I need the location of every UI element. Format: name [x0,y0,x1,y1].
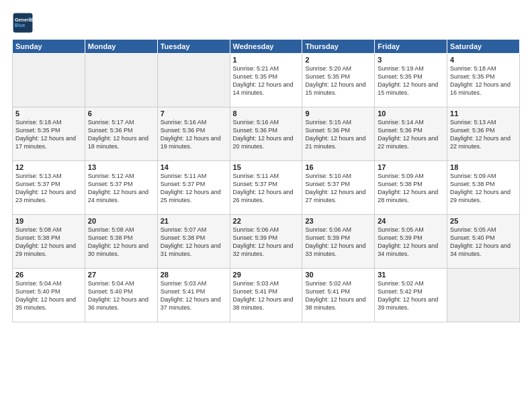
day-cell: 26 Sunrise: 5:04 AM Sunset: 5:40 PM Dayl… [13,269,85,322]
day-cell: 5 Sunrise: 5:18 AM Sunset: 5:35 PM Dayli… [13,107,85,161]
cell-content: Sunrise: 5:11 AM Sunset: 5:37 PM Dayligh… [161,172,227,205]
day-cell: 22 Sunrise: 5:06 AM Sunset: 5:39 PM Dayl… [230,215,302,269]
cell-content: Sunrise: 5:09 AM Sunset: 5:38 PM Dayligh… [450,172,517,205]
day-cell [447,269,520,322]
day-cell: 2 Sunrise: 5:20 AM Sunset: 5:35 PM Dayli… [302,54,375,107]
day-cell: 8 Sunrise: 5:16 AM Sunset: 5:36 PM Dayli… [230,107,302,161]
day-cell: 10 Sunrise: 5:14 AM Sunset: 5:36 PM Dayl… [375,107,447,161]
cell-content: Sunrise: 5:05 AM Sunset: 5:40 PM Dayligh… [450,226,517,259]
day-number: 18 [450,163,517,171]
day-cell [13,54,85,107]
cell-content: Sunrise: 5:03 AM Sunset: 5:41 PM Dayligh… [161,279,227,312]
week-row-5: 26 Sunrise: 5:04 AM Sunset: 5:40 PM Dayl… [13,269,520,322]
cell-content: Sunrise: 5:21 AM Sunset: 5:35 PM Dayligh… [233,64,300,97]
day-number: 16 [305,163,371,171]
cell-content: Sunrise: 5:17 AM Sunset: 5:36 PM Dayligh… [88,118,154,151]
cell-content: Sunrise: 5:05 AM Sunset: 5:39 PM Dayligh… [378,226,444,259]
day-cell [85,54,157,107]
day-cell: 6 Sunrise: 5:17 AM Sunset: 5:36 PM Dayli… [85,107,157,161]
day-number: 14 [161,163,227,171]
day-cell: 18 Sunrise: 5:09 AM Sunset: 5:38 PM Dayl… [447,161,520,215]
day-cell: 16 Sunrise: 5:10 AM Sunset: 5:37 PM Dayl… [302,161,375,215]
weekday-header-saturday: Saturday [447,40,520,54]
day-number: 15 [233,163,300,171]
day-cell: 11 Sunrise: 5:13 AM Sunset: 5:36 PM Dayl… [447,107,520,161]
day-number: 10 [378,109,444,118]
cell-content: Sunrise: 5:06 AM Sunset: 5:39 PM Dayligh… [233,226,300,259]
cell-content: Sunrise: 5:13 AM Sunset: 5:37 PM Dayligh… [15,172,82,205]
cell-content: Sunrise: 5:16 AM Sunset: 5:36 PM Dayligh… [233,118,300,151]
day-number: 31 [378,271,444,279]
cell-content: Sunrise: 5:19 AM Sunset: 5:35 PM Dayligh… [378,64,444,97]
day-number: 5 [15,109,82,118]
cell-content: Sunrise: 5:04 AM Sunset: 5:40 PM Dayligh… [88,279,154,312]
weekday-header-sunday: Sunday [13,40,85,54]
cell-content: Sunrise: 5:08 AM Sunset: 5:38 PM Dayligh… [88,226,154,259]
day-cell: 19 Sunrise: 5:08 AM Sunset: 5:38 PM Dayl… [13,215,85,269]
svg-text:General: General [15,17,33,23]
day-number: 26 [15,271,82,279]
day-number: 28 [161,271,227,279]
week-row-3: 12 Sunrise: 5:13 AM Sunset: 5:37 PM Dayl… [13,161,520,215]
weekday-header-wednesday: Wednesday [230,40,302,54]
weekday-header-tuesday: Tuesday [157,40,230,54]
week-row-1: 1 Sunrise: 5:21 AM Sunset: 5:35 PM Dayli… [13,54,520,107]
day-cell: 9 Sunrise: 5:15 AM Sunset: 5:36 PM Dayli… [302,107,375,161]
day-number: 19 [15,217,82,225]
cell-content: Sunrise: 5:14 AM Sunset: 5:36 PM Dayligh… [378,118,444,151]
day-cell: 25 Sunrise: 5:05 AM Sunset: 5:40 PM Dayl… [447,215,520,269]
day-number: 1 [233,56,300,64]
cell-content: Sunrise: 5:08 AM Sunset: 5:38 PM Dayligh… [15,226,82,259]
day-number: 17 [378,163,444,171]
day-number: 6 [88,109,154,118]
day-number: 24 [378,217,444,225]
day-cell: 1 Sunrise: 5:21 AM Sunset: 5:35 PM Dayli… [230,54,302,107]
svg-text:Blue: Blue [15,22,26,28]
weekday-header-monday: Monday [85,40,157,54]
week-row-2: 5 Sunrise: 5:18 AM Sunset: 5:35 PM Dayli… [13,107,520,161]
cell-content: Sunrise: 5:07 AM Sunset: 5:38 PM Dayligh… [161,226,227,259]
day-number: 25 [450,217,517,225]
day-cell: 30 Sunrise: 5:02 AM Sunset: 5:41 PM Dayl… [302,269,375,322]
day-cell: 21 Sunrise: 5:07 AM Sunset: 5:38 PM Dayl… [157,215,230,269]
cell-content: Sunrise: 5:13 AM Sunset: 5:36 PM Dayligh… [450,118,517,151]
day-number: 7 [161,109,227,118]
cell-content: Sunrise: 5:20 AM Sunset: 5:35 PM Dayligh… [305,64,371,97]
cell-content: Sunrise: 5:18 AM Sunset: 5:35 PM Dayligh… [450,64,517,97]
cell-content: Sunrise: 5:03 AM Sunset: 5:41 PM Dayligh… [233,279,300,312]
header: General Blue [12,12,520,34]
logo: General Blue [12,12,38,34]
day-cell: 3 Sunrise: 5:19 AM Sunset: 5:35 PM Dayli… [375,54,447,107]
day-cell: 7 Sunrise: 5:16 AM Sunset: 5:36 PM Dayli… [157,107,230,161]
day-cell: 14 Sunrise: 5:11 AM Sunset: 5:37 PM Dayl… [157,161,230,215]
day-cell: 23 Sunrise: 5:06 AM Sunset: 5:39 PM Dayl… [302,215,375,269]
day-cell: 17 Sunrise: 5:09 AM Sunset: 5:38 PM Dayl… [375,161,447,215]
day-number: 11 [450,109,517,118]
calendar-table: SundayMondayTuesdayWednesdayThursdayFrid… [12,39,520,322]
day-number: 27 [88,271,154,279]
weekday-header-row: SundayMondayTuesdayWednesdayThursdayFrid… [13,40,520,54]
day-number: 8 [233,109,300,118]
cell-content: Sunrise: 5:16 AM Sunset: 5:36 PM Dayligh… [161,118,227,151]
cell-content: Sunrise: 5:02 AM Sunset: 5:41 PM Dayligh… [305,279,371,312]
day-number: 3 [378,56,444,64]
day-number: 2 [305,56,371,64]
cell-content: Sunrise: 5:09 AM Sunset: 5:38 PM Dayligh… [378,172,444,205]
day-number: 12 [15,163,82,171]
logo-icon: General Blue [12,12,34,34]
cell-content: Sunrise: 5:11 AM Sunset: 5:37 PM Dayligh… [233,172,300,205]
week-row-4: 19 Sunrise: 5:08 AM Sunset: 5:38 PM Dayl… [13,215,520,269]
day-cell: 24 Sunrise: 5:05 AM Sunset: 5:39 PM Dayl… [375,215,447,269]
day-cell: 13 Sunrise: 5:12 AM Sunset: 5:37 PM Dayl… [85,161,157,215]
day-number: 13 [88,163,154,171]
cell-content: Sunrise: 5:15 AM Sunset: 5:36 PM Dayligh… [305,118,371,151]
day-cell: 4 Sunrise: 5:18 AM Sunset: 5:35 PM Dayli… [447,54,520,107]
cell-content: Sunrise: 5:10 AM Sunset: 5:37 PM Dayligh… [305,172,371,205]
cell-content: Sunrise: 5:12 AM Sunset: 5:37 PM Dayligh… [88,172,154,205]
day-number: 29 [233,271,300,279]
day-cell: 29 Sunrise: 5:03 AM Sunset: 5:41 PM Dayl… [230,269,302,322]
day-cell: 20 Sunrise: 5:08 AM Sunset: 5:38 PM Dayl… [85,215,157,269]
cell-content: Sunrise: 5:02 AM Sunset: 5:42 PM Dayligh… [378,279,444,312]
cell-content: Sunrise: 5:06 AM Sunset: 5:39 PM Dayligh… [305,226,371,259]
day-cell: 27 Sunrise: 5:04 AM Sunset: 5:40 PM Dayl… [85,269,157,322]
